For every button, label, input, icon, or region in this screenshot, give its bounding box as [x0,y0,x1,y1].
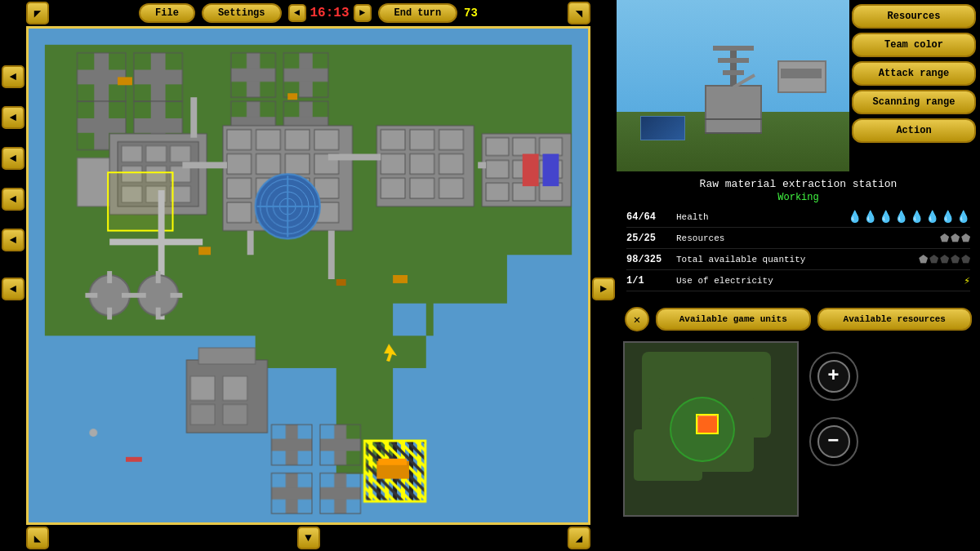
unit-status: Working [626,192,970,203]
zoom-in-button[interactable]: + [817,360,850,393]
health-icons: 💧 💧 💧 💧 💧 💧 💧 💧 [848,210,970,224]
arrow-top-right[interactable]: ◥ [568,2,590,24]
minimap-area: + − [617,336,980,551]
scanning-range-button[interactable]: Scanning range [852,90,976,114]
right-panel: Resources Team color Attack range Scanni… [617,0,980,551]
arrow-left-3[interactable]: ◄ [2,147,24,170]
arrow-bottom-left[interactable]: ◣ [26,527,49,549]
zoom-in-wrap: + [807,349,860,402]
electricity-label: Use of electricity [676,276,959,286]
main-layout: ◤ File Settings ◄ 16:13 ► End turn 73 ◥ … [0,0,980,551]
panel-buttons-container: Resources Team color Attack range Scanni… [849,0,980,171]
resources-button[interactable]: Resources [852,4,976,29]
available-resources-button[interactable]: Available resources [817,308,973,331]
resources-value: 25/25 [626,233,671,244]
settings-button[interactable]: Settings [202,3,282,23]
map-viewport[interactable] [26,26,590,525]
turn-count: 73 [464,7,478,20]
arrow-bottom-center[interactable]: ▼ [297,527,320,549]
arrow-right-1[interactable]: ► [592,278,615,300]
zoom-controls: + − [807,341,860,468]
timer: 16:13 [310,6,350,20]
electricity-icons: ⚡ [964,274,970,287]
unit-stats: Raw material extraction station Working … [617,171,980,302]
stat-row-resources: 25/25 Resources ⬟ ⬟ ⬟ [626,232,970,249]
team-color-button[interactable]: Team color [852,33,976,57]
bottom-buttons: ✕ Available game units Available resourc… [617,302,980,336]
zoom-out-button[interactable]: − [817,425,850,458]
arrow-left-5[interactable]: ◄ [2,229,24,251]
stat-row-health: 64/64 Health 💧 💧 💧 💧 💧 💧 💧 💧 [626,210,970,228]
game-area: ◤ File Settings ◄ 16:13 ► End turn 73 ◥ … [0,0,617,551]
resources-icons: ⬟ ⬟ ⬟ [940,232,970,245]
arrow-left-1[interactable]: ◄ [2,65,24,88]
health-label: Health [676,212,843,222]
unit-image-container [617,0,849,171]
zoom-out-wrap: − [807,415,860,468]
arrow-left-4[interactable]: ◄ [2,188,24,211]
stat-row-total: 98/325 Total available quantity ⬟ ⬟ ⬟ ⬟ … [626,253,970,270]
close-button[interactable]: ✕ [625,307,649,331]
arrow-left-6[interactable]: ◄ [2,278,24,300]
arrow-bottom-right[interactable]: ◢ [568,527,590,549]
unit-info-area: Resources Team color Attack range Scanni… [617,0,980,171]
electricity-value: 1/1 [626,275,671,287]
stat-row-electricity: 1/1 Use of electricity ⚡ [626,274,970,291]
arrow-top-left[interactable]: ◤ [26,2,49,24]
arrow-left-2[interactable]: ◄ [2,106,24,129]
resources-label: Resources [676,233,935,243]
health-value: 64/64 [626,211,671,223]
minimap[interactable] [623,341,799,517]
available-units-button[interactable]: Available game units [656,308,811,331]
unit-image [617,0,849,171]
map-canvas[interactable] [29,29,588,522]
total-value: 98/325 [626,254,671,265]
end-turn-button[interactable]: End turn [378,3,458,23]
top-bar: ◤ File Settings ◄ 16:13 ► End turn 73 ◥ [0,0,617,26]
attack-range-button[interactable]: Attack range [852,61,976,86]
total-label: Total available quantity [676,255,914,264]
total-icons: ⬟ ⬟ ⬟ ⬟ ⬟ [919,253,970,266]
file-button[interactable]: File [139,3,195,23]
arrow-up-right[interactable]: ► [354,4,372,22]
arrow-up-left[interactable]: ◄ [288,4,306,22]
action-button[interactable]: Action [852,118,976,143]
unit-name: Raw material extraction station [626,178,970,190]
